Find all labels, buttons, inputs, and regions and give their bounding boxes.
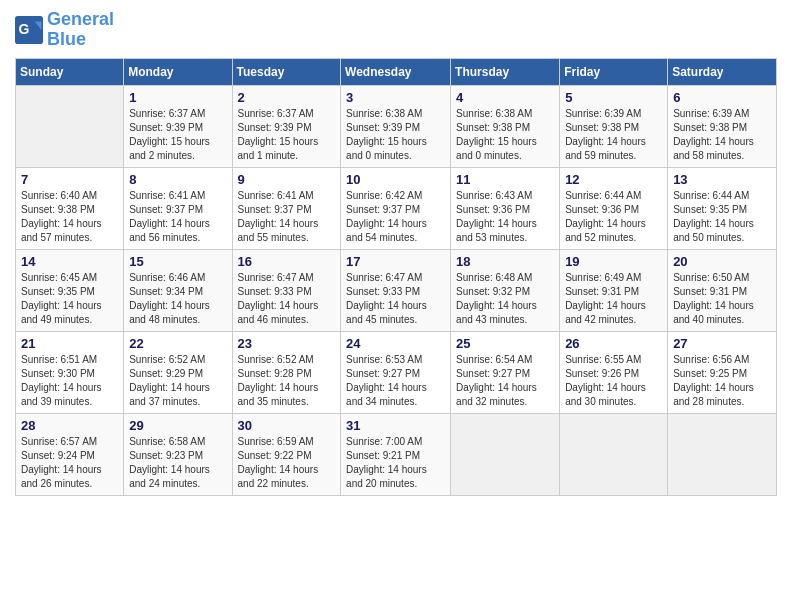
- day-info: Sunrise: 6:49 AMSunset: 9:31 PMDaylight:…: [565, 271, 662, 327]
- day-number: 1: [129, 90, 226, 105]
- day-number: 29: [129, 418, 226, 433]
- day-info: Sunrise: 6:39 AMSunset: 9:38 PMDaylight:…: [673, 107, 771, 163]
- day-number: 23: [238, 336, 336, 351]
- day-header-wednesday: Wednesday: [341, 58, 451, 85]
- day-number: 5: [565, 90, 662, 105]
- day-number: 30: [238, 418, 336, 433]
- day-number: 7: [21, 172, 118, 187]
- day-number: 14: [21, 254, 118, 269]
- day-number: 25: [456, 336, 554, 351]
- calendar-cell: [560, 413, 668, 495]
- day-info: Sunrise: 6:37 AMSunset: 9:39 PMDaylight:…: [129, 107, 226, 163]
- day-header-thursday: Thursday: [451, 58, 560, 85]
- day-info: Sunrise: 6:53 AMSunset: 9:27 PMDaylight:…: [346, 353, 445, 409]
- calendar-cell: 30Sunrise: 6:59 AMSunset: 9:22 PMDayligh…: [232, 413, 341, 495]
- day-number: 27: [673, 336, 771, 351]
- calendar-cell: 19Sunrise: 6:49 AMSunset: 9:31 PMDayligh…: [560, 249, 668, 331]
- day-info: Sunrise: 6:47 AMSunset: 9:33 PMDaylight:…: [238, 271, 336, 327]
- calendar-cell: 25Sunrise: 6:54 AMSunset: 9:27 PMDayligh…: [451, 331, 560, 413]
- calendar-cell: 13Sunrise: 6:44 AMSunset: 9:35 PMDayligh…: [668, 167, 777, 249]
- calendar-cell: 24Sunrise: 6:53 AMSunset: 9:27 PMDayligh…: [341, 331, 451, 413]
- logo-text: GeneralBlue: [47, 10, 114, 50]
- day-info: Sunrise: 6:43 AMSunset: 9:36 PMDaylight:…: [456, 189, 554, 245]
- calendar-cell: [16, 85, 124, 167]
- calendar-cell: 10Sunrise: 6:42 AMSunset: 9:37 PMDayligh…: [341, 167, 451, 249]
- calendar-cell: 12Sunrise: 6:44 AMSunset: 9:36 PMDayligh…: [560, 167, 668, 249]
- calendar-cell: 26Sunrise: 6:55 AMSunset: 9:26 PMDayligh…: [560, 331, 668, 413]
- svg-text:G: G: [19, 21, 30, 37]
- day-number: 10: [346, 172, 445, 187]
- page-header: G GeneralBlue: [15, 10, 777, 50]
- day-header-saturday: Saturday: [668, 58, 777, 85]
- calendar-cell: 22Sunrise: 6:52 AMSunset: 9:29 PMDayligh…: [124, 331, 232, 413]
- day-info: Sunrise: 6:46 AMSunset: 9:34 PMDaylight:…: [129, 271, 226, 327]
- logo-icon: G: [15, 16, 43, 44]
- logo: G GeneralBlue: [15, 10, 114, 50]
- calendar-cell: 8Sunrise: 6:41 AMSunset: 9:37 PMDaylight…: [124, 167, 232, 249]
- day-info: Sunrise: 6:57 AMSunset: 9:24 PMDaylight:…: [21, 435, 118, 491]
- calendar-cell: 4Sunrise: 6:38 AMSunset: 9:38 PMDaylight…: [451, 85, 560, 167]
- day-info: Sunrise: 6:56 AMSunset: 9:25 PMDaylight:…: [673, 353, 771, 409]
- day-number: 4: [456, 90, 554, 105]
- day-header-friday: Friday: [560, 58, 668, 85]
- day-number: 28: [21, 418, 118, 433]
- calendar-cell: [668, 413, 777, 495]
- day-number: 8: [129, 172, 226, 187]
- calendar-cell: 9Sunrise: 6:41 AMSunset: 9:37 PMDaylight…: [232, 167, 341, 249]
- day-info: Sunrise: 6:38 AMSunset: 9:38 PMDaylight:…: [456, 107, 554, 163]
- day-number: 17: [346, 254, 445, 269]
- day-number: 22: [129, 336, 226, 351]
- day-info: Sunrise: 6:44 AMSunset: 9:35 PMDaylight:…: [673, 189, 771, 245]
- day-info: Sunrise: 6:38 AMSunset: 9:39 PMDaylight:…: [346, 107, 445, 163]
- calendar-cell: 29Sunrise: 6:58 AMSunset: 9:23 PMDayligh…: [124, 413, 232, 495]
- calendar-cell: 21Sunrise: 6:51 AMSunset: 9:30 PMDayligh…: [16, 331, 124, 413]
- day-number: 9: [238, 172, 336, 187]
- calendar-cell: 16Sunrise: 6:47 AMSunset: 9:33 PMDayligh…: [232, 249, 341, 331]
- day-number: 12: [565, 172, 662, 187]
- calendar-cell: 7Sunrise: 6:40 AMSunset: 9:38 PMDaylight…: [16, 167, 124, 249]
- day-number: 15: [129, 254, 226, 269]
- day-number: 18: [456, 254, 554, 269]
- calendar-cell: 14Sunrise: 6:45 AMSunset: 9:35 PMDayligh…: [16, 249, 124, 331]
- calendar-cell: 1Sunrise: 6:37 AMSunset: 9:39 PMDaylight…: [124, 85, 232, 167]
- calendar-cell: 18Sunrise: 6:48 AMSunset: 9:32 PMDayligh…: [451, 249, 560, 331]
- day-info: Sunrise: 6:58 AMSunset: 9:23 PMDaylight:…: [129, 435, 226, 491]
- calendar-cell: [451, 413, 560, 495]
- day-header-monday: Monday: [124, 58, 232, 85]
- day-info: Sunrise: 6:59 AMSunset: 9:22 PMDaylight:…: [238, 435, 336, 491]
- calendar-cell: 15Sunrise: 6:46 AMSunset: 9:34 PMDayligh…: [124, 249, 232, 331]
- calendar-cell: 31Sunrise: 7:00 AMSunset: 9:21 PMDayligh…: [341, 413, 451, 495]
- day-info: Sunrise: 6:39 AMSunset: 9:38 PMDaylight:…: [565, 107, 662, 163]
- day-number: 6: [673, 90, 771, 105]
- day-header-sunday: Sunday: [16, 58, 124, 85]
- day-number: 21: [21, 336, 118, 351]
- day-info: Sunrise: 7:00 AMSunset: 9:21 PMDaylight:…: [346, 435, 445, 491]
- day-info: Sunrise: 6:45 AMSunset: 9:35 PMDaylight:…: [21, 271, 118, 327]
- day-number: 31: [346, 418, 445, 433]
- calendar-cell: 3Sunrise: 6:38 AMSunset: 9:39 PMDaylight…: [341, 85, 451, 167]
- day-number: 26: [565, 336, 662, 351]
- day-info: Sunrise: 6:44 AMSunset: 9:36 PMDaylight:…: [565, 189, 662, 245]
- day-info: Sunrise: 6:52 AMSunset: 9:29 PMDaylight:…: [129, 353, 226, 409]
- calendar-cell: 2Sunrise: 6:37 AMSunset: 9:39 PMDaylight…: [232, 85, 341, 167]
- day-number: 19: [565, 254, 662, 269]
- day-info: Sunrise: 6:41 AMSunset: 9:37 PMDaylight:…: [129, 189, 226, 245]
- day-info: Sunrise: 6:48 AMSunset: 9:32 PMDaylight:…: [456, 271, 554, 327]
- day-info: Sunrise: 6:40 AMSunset: 9:38 PMDaylight:…: [21, 189, 118, 245]
- day-number: 20: [673, 254, 771, 269]
- day-number: 3: [346, 90, 445, 105]
- day-info: Sunrise: 6:52 AMSunset: 9:28 PMDaylight:…: [238, 353, 336, 409]
- day-number: 2: [238, 90, 336, 105]
- calendar-cell: 27Sunrise: 6:56 AMSunset: 9:25 PMDayligh…: [668, 331, 777, 413]
- calendar-cell: 6Sunrise: 6:39 AMSunset: 9:38 PMDaylight…: [668, 85, 777, 167]
- calendar-cell: 17Sunrise: 6:47 AMSunset: 9:33 PMDayligh…: [341, 249, 451, 331]
- day-info: Sunrise: 6:41 AMSunset: 9:37 PMDaylight:…: [238, 189, 336, 245]
- day-number: 13: [673, 172, 771, 187]
- day-info: Sunrise: 6:42 AMSunset: 9:37 PMDaylight:…: [346, 189, 445, 245]
- day-info: Sunrise: 6:54 AMSunset: 9:27 PMDaylight:…: [456, 353, 554, 409]
- calendar-cell: 20Sunrise: 6:50 AMSunset: 9:31 PMDayligh…: [668, 249, 777, 331]
- day-info: Sunrise: 6:51 AMSunset: 9:30 PMDaylight:…: [21, 353, 118, 409]
- day-header-tuesday: Tuesday: [232, 58, 341, 85]
- day-info: Sunrise: 6:37 AMSunset: 9:39 PMDaylight:…: [238, 107, 336, 163]
- day-number: 24: [346, 336, 445, 351]
